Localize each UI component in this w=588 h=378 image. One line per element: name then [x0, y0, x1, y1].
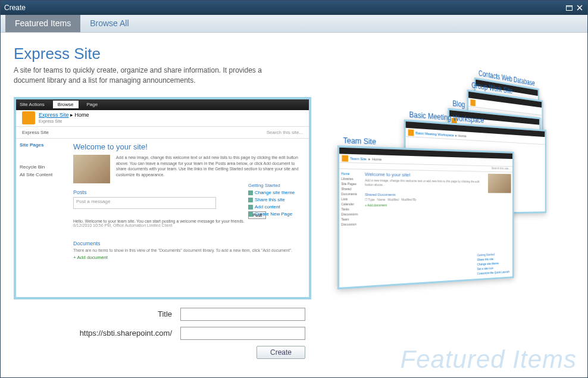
ts-crumb: Team Site — [350, 157, 367, 161]
tab-featured-items[interactable]: Featured Items — [5, 15, 80, 32]
site-logo-icon — [22, 111, 35, 124]
title-input[interactable] — [180, 308, 305, 321]
preview-search: Search this site... — [267, 130, 303, 135]
ts-image — [488, 174, 511, 193]
preview-add-doc: + Add document — [73, 255, 302, 260]
create-form: Title https://sbti.sharepoint.com/ Creat… — [14, 308, 311, 359]
gs-4: Create New Page — [255, 211, 292, 217]
preview-ribbon: Site Actions Browse Page — [16, 99, 309, 110]
title-label: Title — [14, 310, 180, 318]
ribbon-browse-tab: Browse — [53, 101, 79, 108]
preview-hello-meta: 8/12/2010 10:56 PM, Office Automation Li… — [73, 223, 172, 227]
maximize-icon[interactable] — [565, 4, 573, 12]
create-button[interactable]: Create — [257, 346, 305, 359]
side-recycle: Recycle Bin — [20, 164, 62, 170]
crumb-link: Express Site — [39, 112, 69, 118]
gs-2: Share this site — [255, 197, 285, 202]
titlebar: Create — [1, 1, 587, 15]
tabstrip: Featured Items Browse All — [1, 15, 587, 33]
template-description: A site for teams to quickly create, orga… — [14, 65, 276, 86]
preview-hello: Hello. Welcome to your team site. You ca… — [73, 219, 245, 223]
preview-getting-started: Getting Started Change site theme Share … — [248, 183, 299, 218]
template-title: Express Site — [14, 45, 323, 63]
side-allcontent: All Site Content — [20, 172, 62, 177]
ribbon-page-tab: Page — [87, 102, 98, 107]
ribbon-site-actions: Site Actions — [20, 102, 45, 107]
tab-browse-all[interactable]: Browse All — [80, 15, 138, 32]
card-label: Team Site — [343, 136, 376, 146]
ts-adddoc: + Add document — [365, 202, 511, 207]
card-label: Blog — [452, 99, 465, 109]
watermark-text: Featured Items — [401, 345, 577, 374]
ts-getting-started: Getting Started Share this site Change s… — [477, 251, 509, 276]
gs-head: Getting Started — [248, 183, 299, 188]
ts-side: Home Libraries Site Pages Shared Documen… — [341, 171, 362, 227]
content: Express Site A site for teams to quickly… — [1, 33, 587, 377]
crumb-home: Home — [75, 112, 89, 118]
preview-welcome-text: Add a new image, change this welcome tex… — [116, 155, 302, 183]
close-icon[interactable] — [576, 4, 584, 12]
preview-main: Welcome to your site! Add a new image, c… — [66, 139, 309, 264]
ts-home: Home — [372, 157, 381, 161]
side-head: Site Pages — [20, 142, 62, 148]
preview-docs-head: Documents — [73, 240, 302, 246]
create-dialog: Create Featured Items Browse All Express… — [0, 0, 588, 378]
gs-1: Change site theme — [255, 190, 295, 195]
crumb-sub: Express Site — [39, 119, 62, 123]
carousel-card-team-site[interactable]: Team Site Team Site ▸ Home Search this s… — [337, 145, 514, 289]
preview-sidebar: Site Pages Recycle Bin All Site Content — [16, 139, 66, 264]
window-title: Create — [4, 4, 26, 12]
gs-3: Add content — [255, 204, 280, 210]
main-preview: Site Actions Browse Page Express Site ▸ … — [14, 97, 311, 299]
url-label: https://sbti.sharepoint.com/ — [14, 329, 180, 338]
preview-topnav: Express Site Search this site... — [16, 127, 309, 139]
template-carousel: Contacts Web Database Group Work Site Bl… — [337, 77, 587, 315]
preview-postbox: Post a message — [73, 197, 216, 209]
preview-docs-line: There are no items to show in this view … — [73, 248, 302, 252]
preview-hero-image — [73, 155, 110, 183]
topnav-item: Express Site — [22, 130, 49, 135]
preview-breadcrumb: Express Site ▸ HomeExpress Site — [16, 110, 309, 127]
preview-welcome-title: Welcome to your site! — [73, 142, 302, 151]
url-input[interactable] — [180, 327, 305, 340]
ts-shdoc: Shared Documents — [365, 193, 511, 196]
